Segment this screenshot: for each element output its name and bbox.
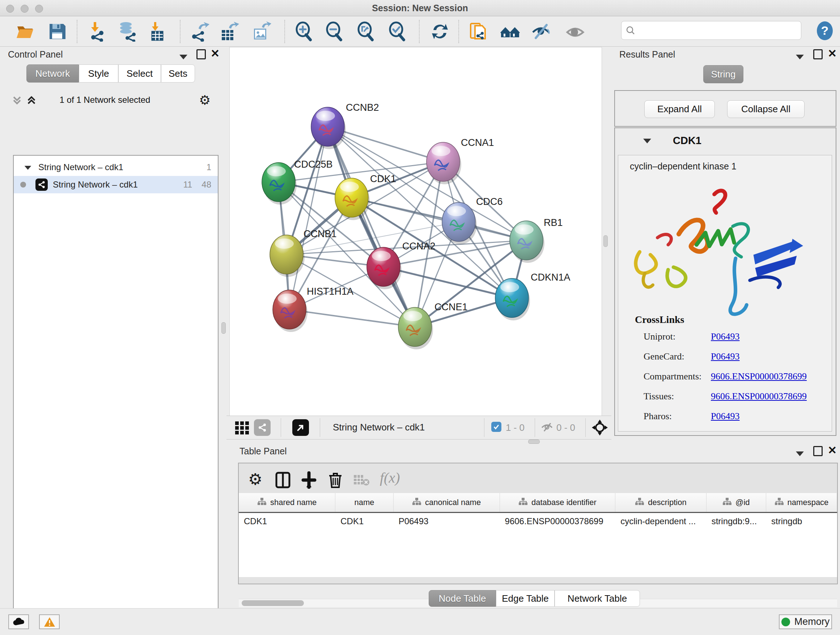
tab-network-table[interactable]: Network Table [554, 590, 640, 607]
table-panel-menu-icon[interactable] [796, 448, 804, 458]
edge-ccnb2-ccne1[interactable] [328, 127, 415, 327]
control-panel-close-icon[interactable]: ✕ [210, 47, 219, 60]
tab-network[interactable]: Network [27, 65, 79, 82]
first-neighbors-icon[interactable] [500, 21, 520, 42]
network-collection-row[interactable]: String Network – cdk1 1 [14, 158, 218, 176]
table-cell[interactable]: CDK1 [335, 513, 393, 530]
node-cdk1[interactable]: CDK1 [335, 173, 396, 220]
bottom-splitter-grip[interactable] [528, 440, 540, 444]
column-header-database-identifier[interactable]: database identifier [500, 493, 616, 512]
node-ccne1[interactable]: CCNE1 [398, 302, 468, 349]
selected-checkbox-icon[interactable] [491, 422, 501, 432]
table-cell[interactable]: CDK1 [239, 513, 335, 530]
export-table-icon[interactable] [219, 21, 239, 42]
node-cdkn1a[interactable]: CDKN1A [495, 272, 570, 320]
gene-collapse-icon[interactable] [643, 138, 651, 145]
node-rb1[interactable]: RB1 [510, 217, 563, 263]
table-cell[interactable]: P06493 [393, 513, 500, 530]
clone-network-icon[interactable] [469, 21, 489, 42]
footer-separator [320, 418, 320, 437]
tab-select[interactable]: Select [118, 65, 161, 82]
node-cdc6[interactable]: CDC6 [442, 196, 503, 244]
control-panel-menu-icon[interactable] [180, 51, 187, 62]
edge-hist1h1a-ccne1[interactable] [289, 310, 415, 327]
show-all-icon[interactable] [565, 21, 585, 42]
right-splitter-grip[interactable] [603, 235, 608, 247]
import-database-icon[interactable] [117, 21, 137, 42]
column-header-description[interactable]: description [615, 493, 706, 512]
table-cell[interactable]: cyclin-dependent ... [615, 513, 706, 530]
collection-count: 1 [207, 162, 211, 172]
collapse-all-button[interactable]: Collapse All [727, 100, 805, 118]
gene-detail-box: cyclin–dependent kinase 1 CrossLinks Uni… [618, 155, 832, 432]
table-hscrollbar-thumb[interactable] [242, 600, 304, 606]
column-header-canonical-name[interactable]: canonical name [393, 493, 500, 512]
collection-expand-icon[interactable] [24, 162, 32, 172]
table-cell[interactable]: stringdb:9... [706, 513, 766, 530]
network-label: String Network – cdk1 [53, 180, 138, 190]
birds-eye-view-icon[interactable] [292, 419, 309, 436]
search-input[interactable] [639, 25, 797, 36]
help-icon[interactable]: ? [814, 20, 835, 41]
search-field[interactable] [621, 21, 801, 40]
table-panel-float-icon[interactable] [813, 446, 823, 458]
table-panel-close-icon[interactable]: ✕ [828, 444, 837, 456]
results-panel-menu-icon[interactable] [796, 51, 804, 62]
export-image-icon[interactable] [251, 21, 271, 42]
zoom-out-icon[interactable] [325, 21, 345, 42]
zoom-selected-icon[interactable] [387, 21, 408, 42]
delete-column-trash-icon[interactable] [328, 471, 343, 490]
crosslink-link[interactable]: P06493 [711, 411, 739, 422]
crosslink-link[interactable]: P06493 [711, 351, 739, 362]
crosslink-link[interactable]: 9606.ENSP00000378699 [711, 371, 807, 382]
zoom-fit-icon[interactable] [356, 21, 376, 42]
delete-table-icon[interactable] [353, 474, 370, 488]
tab-sets[interactable]: Sets [161, 65, 195, 82]
import-table-icon[interactable] [148, 21, 168, 42]
table-cell[interactable]: 9606.ENSP00000378699 [500, 513, 616, 530]
left-splitter-grip[interactable] [221, 322, 226, 334]
tab-node-table[interactable]: Node Table [429, 590, 496, 607]
node-ccnb1[interactable]: CCNB1 [270, 228, 337, 277]
column-header-name[interactable]: name [335, 493, 393, 512]
column-header-namespace[interactable]: namespace [766, 493, 837, 512]
save-session-icon[interactable] [47, 21, 67, 42]
tab-style[interactable]: Style [79, 65, 118, 82]
table-cell[interactable]: stringdb [766, 513, 837, 530]
function-builder-icon[interactable]: f(x) [380, 469, 400, 486]
refresh-icon[interactable] [430, 21, 450, 42]
tab-string[interactable]: String [703, 65, 744, 83]
crosslink-link[interactable]: 9606.ENSP00000378699 [711, 391, 807, 402]
cloud-button[interactable] [8, 614, 29, 629]
control-panel-float-icon[interactable] [196, 49, 206, 62]
open-file-icon[interactable] [15, 21, 35, 42]
warnings-button[interactable] [39, 614, 60, 629]
network-canvas[interactable]: CCNB2CCNA1CDC25BCDK1CDC6RB1CCNB1CCNA2CDK… [229, 47, 602, 416]
hidden-eye-icon[interactable] [540, 421, 554, 434]
center-view-crosshair-icon[interactable] [591, 419, 608, 438]
export-network-icon[interactable] [189, 21, 210, 42]
table-options-gear-icon[interactable]: ⚙ [248, 470, 262, 488]
add-column-icon[interactable] [301, 471, 317, 490]
zoom-in-icon[interactable] [294, 21, 314, 42]
column-header-shared-name[interactable]: shared name [239, 493, 335, 512]
import-network-icon[interactable] [88, 21, 108, 42]
network-options-gear-icon[interactable]: ⚙ [199, 93, 210, 108]
grid-view-icon[interactable] [234, 419, 250, 437]
results-panel-float-icon[interactable] [813, 49, 823, 62]
network-row[interactable]: String Network – cdk1 11 48 [14, 176, 218, 193]
memory-button[interactable]: Memory [779, 614, 832, 629]
results-panel-close-icon[interactable]: ✕ [828, 47, 837, 60]
edge-ccnb2-hist1h1a[interactable] [289, 127, 328, 310]
hide-selected-icon[interactable] [531, 21, 551, 42]
network-selected-status: 1 of 1 Network selected [4, 95, 206, 105]
column-header-label: database identifier [531, 498, 597, 507]
tab-edge-table[interactable]: Edge Table [496, 590, 554, 607]
table-row[interactable]: CDK1CDK1P064939606.ENSP00000378699cyclin… [239, 513, 837, 530]
show-columns-icon[interactable] [275, 471, 291, 490]
node-hist1h1a[interactable]: HIST1H1A [273, 286, 354, 332]
crosslink-link[interactable]: P06493 [711, 331, 739, 342]
network-share-icon[interactable] [254, 419, 271, 436]
column-header--id[interactable]: @id [706, 493, 766, 512]
expand-all-button[interactable]: Expand All [644, 100, 715, 118]
